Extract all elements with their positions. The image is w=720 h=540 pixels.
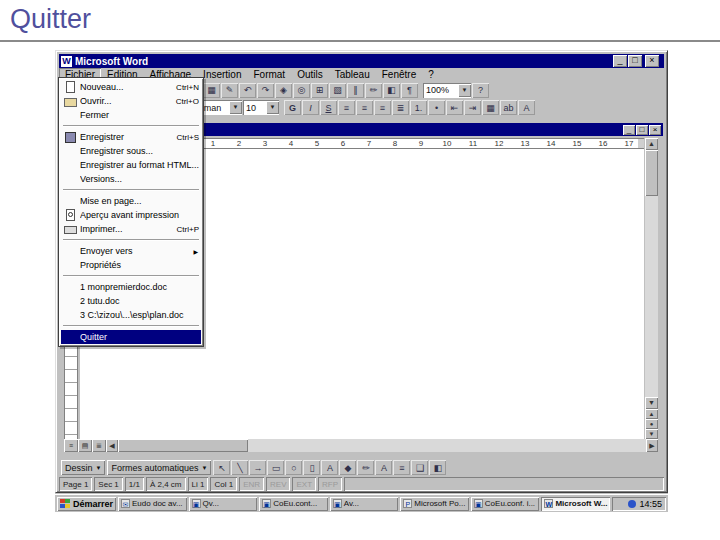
font-color-icon[interactable]: A [518, 100, 535, 115]
shadow-icon[interactable]: ❑ [411, 460, 428, 475]
tray-icon[interactable] [628, 500, 636, 508]
font-color-icon[interactable]: A [375, 460, 392, 475]
oval-icon[interactable]: ○ [285, 460, 302, 475]
undo-icon[interactable]: ↶ [239, 83, 256, 98]
taskbar-button-powerpoint[interactable]: P Microsoft Po... [400, 497, 469, 511]
bullets-icon[interactable]: • [428, 100, 445, 115]
taskbar-button-av[interactable]: ▣ Av... [330, 497, 399, 511]
scroll-right-icon[interactable]: ▶ [646, 439, 658, 452]
borders-icon[interactable]: ▦ [482, 100, 499, 115]
format-painter-icon[interactable]: ✎ [221, 83, 238, 98]
taskbar-button-coeu-cont[interactable]: ▣ CoEu.cont... [259, 497, 328, 511]
vertical-scrollbar[interactable]: ▲ ▼ ▲ ● ▼ [645, 138, 658, 439]
menu-item-fermer[interactable]: Fermer [61, 108, 201, 122]
scroll-left-icon[interactable]: ◀ [106, 439, 118, 452]
chevron-down-icon[interactable]: ▼ [266, 101, 279, 114]
menu-item-proprietes[interactable]: Propriétés [61, 258, 201, 272]
horizontal-scroll-thumb[interactable] [118, 439, 248, 452]
page-layout-view-icon[interactable]: ▤ [78, 439, 92, 452]
menu-item-quitter[interactable]: Quitter [61, 330, 201, 344]
menubar-item-outils[interactable]: Outils [291, 68, 329, 81]
rectangle-icon[interactable]: ▭ [267, 460, 284, 475]
arrow-icon[interactable]: → [249, 460, 266, 475]
decrease-indent-icon[interactable]: ⇤ [446, 100, 463, 115]
paste-icon[interactable]: ▦ [203, 83, 220, 98]
menubar-item-aide[interactable]: ? [422, 68, 440, 81]
menu-item-recent-3[interactable]: 3 C:\zizou\...\esp\plan.doc [61, 308, 201, 322]
justify-icon[interactable]: ≣ [392, 100, 409, 115]
maximize-button[interactable]: □ [628, 55, 642, 67]
menu-item-recent-1[interactable]: 1 monpremierdoc.doc [61, 280, 201, 294]
document-minimize-button[interactable]: _ [623, 125, 635, 135]
close-button[interactable]: × [645, 55, 659, 67]
columns-icon[interactable]: ∥ [347, 83, 364, 98]
document-map-icon[interactable]: ◧ [383, 83, 400, 98]
document-restore-button[interactable]: □ [636, 125, 648, 135]
start-button[interactable]: Démarrer [57, 497, 116, 511]
line-style-icon[interactable]: ≡ [393, 460, 410, 475]
vertical-scroll-thumb[interactable] [645, 150, 658, 196]
menubar-item-insertion[interactable]: Insertion [197, 68, 247, 81]
menu-item-envoyer-vers[interactable]: Envoyer vers [61, 244, 201, 258]
wordart-icon[interactable]: A [321, 460, 338, 475]
redo-icon[interactable]: ↷ [257, 83, 274, 98]
menu-item-versions[interactable]: Versions... [61, 172, 201, 186]
next-page-icon[interactable]: ▼ [645, 429, 658, 439]
web-toolbar-icon[interactable]: ◎ [293, 83, 310, 98]
minimize-button[interactable]: _ [613, 55, 627, 67]
menu-item-enregistrer[interactable]: Enregistrer Ctrl+S [61, 130, 201, 144]
align-center-icon[interactable]: ≡ [356, 100, 373, 115]
scroll-down-icon[interactable]: ▼ [645, 397, 658, 409]
line-color-icon[interactable]: ✏ [357, 460, 374, 475]
highlight-icon[interactable]: ab [500, 100, 517, 115]
horizontal-scroll-track[interactable] [118, 439, 646, 452]
select-arrow-icon[interactable]: ↖ [213, 460, 230, 475]
menubar-item-tableau[interactable]: Tableau [329, 68, 376, 81]
chevron-down-icon[interactable]: ▼ [458, 84, 471, 97]
drawing-icon[interactable]: ✏ [365, 83, 382, 98]
taskbar-button-qv[interactable]: ▣ Qv... [189, 497, 258, 511]
horizontal-scrollbar[interactable]: ≡▤≣ ◀ ▶ [64, 439, 658, 452]
menu-item-enregistrer-sous[interactable]: Enregistrer sous... [61, 144, 201, 158]
browse-object-icon[interactable]: ● [645, 419, 658, 429]
insert-excel-icon[interactable]: ▧ [329, 83, 346, 98]
menu-item-apercu[interactable]: Aperçu avant impression [61, 208, 201, 222]
menu-item-mise-en-page[interactable]: Mise en page... [61, 194, 201, 208]
menu-item-ouvrir[interactable]: Ouvrir... Ctrl+O [61, 94, 201, 108]
taskbar-button-eudo[interactable]: ✉ Eudo doc av... [118, 497, 187, 511]
scroll-up-icon[interactable]: ▲ [645, 138, 658, 150]
bold-button[interactable]: G [284, 100, 301, 115]
text-box-icon[interactable]: ▯ [303, 460, 320, 475]
align-right-icon[interactable]: ≡ [374, 100, 391, 115]
outline-view-icon[interactable]: ≣ [92, 439, 106, 452]
dessin-button[interactable]: Dessin ▼ [61, 460, 105, 475]
document-close-button[interactable]: × [649, 125, 661, 135]
align-left-icon[interactable]: ≡ [338, 100, 355, 115]
increase-indent-icon[interactable]: ⇥ [464, 100, 481, 115]
italic-button[interactable]: I [302, 100, 319, 115]
hyperlink-icon[interactable]: ◈ [275, 83, 292, 98]
zoom-dropdown[interactable]: 100% ▼ [423, 83, 471, 98]
numbering-icon[interactable]: 1. [410, 100, 427, 115]
fill-color-icon[interactable]: ◆ [339, 460, 356, 475]
menu-item-imprimer[interactable]: Imprimer... Ctrl+P [61, 222, 201, 236]
menu-item-enregistrer-html[interactable]: Enregistrer au format HTML... [61, 158, 201, 172]
show-marks-icon[interactable]: ¶ [401, 83, 418, 98]
previous-page-icon[interactable]: ▲ [645, 409, 658, 419]
threed-icon[interactable]: ◧ [429, 460, 446, 475]
font-size-dropdown[interactable]: 10 ▼ [243, 100, 279, 115]
menu-item-nouveau[interactable]: Nouveau... Ctrl+N [61, 80, 201, 94]
insert-table-icon[interactable]: ⊞ [311, 83, 328, 98]
taskbar-button-word[interactable]: W Microsoft W... [541, 497, 610, 511]
vertical-scroll-track[interactable] [645, 150, 658, 397]
menubar-item-fenetre[interactable]: Fenêtre [376, 68, 422, 81]
taskbar-button-coeu-conf[interactable]: ▣ CoEu.conf. i... [471, 497, 540, 511]
underline-button[interactable]: S [320, 100, 337, 115]
line-icon[interactable]: ╲ [231, 460, 248, 475]
normal-view-icon[interactable]: ≡ [64, 439, 78, 452]
chevron-down-icon[interactable]: ▼ [229, 101, 242, 114]
menu-item-recent-2[interactable]: 2 tutu.doc [61, 294, 201, 308]
help-button[interactable]: ? [472, 83, 489, 98]
autoshapes-button[interactable]: Formes automatiques ▼ [107, 460, 211, 475]
menubar-item-format[interactable]: Format [247, 68, 291, 81]
